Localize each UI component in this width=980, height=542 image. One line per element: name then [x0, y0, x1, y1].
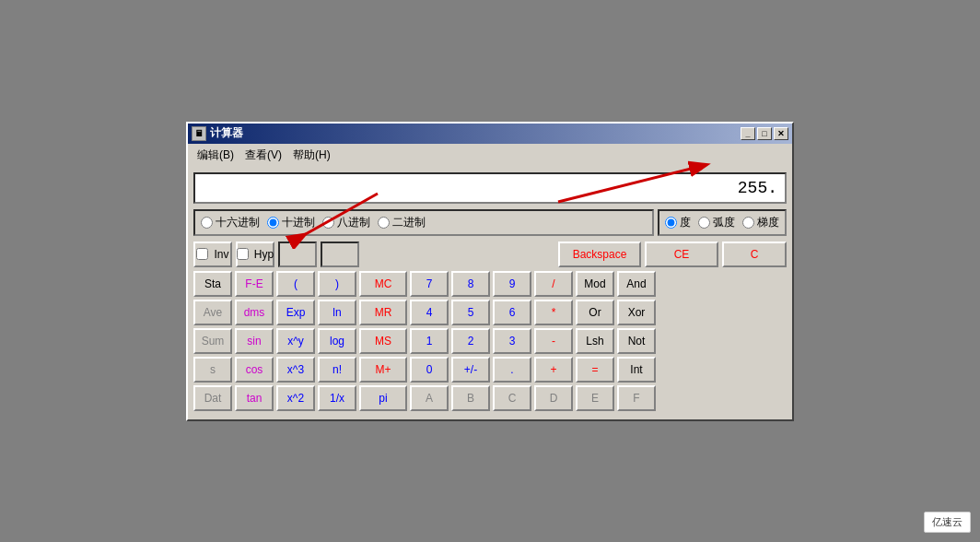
- radio-bin[interactable]: 二进制: [378, 215, 426, 230]
- btn-3[interactable]: 3: [493, 328, 531, 354]
- minimize-button[interactable]: _: [741, 127, 755, 140]
- btn-nfact[interactable]: n!: [318, 357, 356, 383]
- menu-edit[interactable]: 编辑(B): [192, 146, 239, 165]
- btn-dms[interactable]: dms: [235, 300, 274, 325]
- btn-xpowy[interactable]: x^y: [276, 328, 315, 354]
- btn-ave[interactable]: Ave: [193, 300, 232, 325]
- btn-lsh[interactable]: Lsh: [576, 328, 614, 354]
- button-row-2: Ave dms Exp ln MR 4 5 6 * Or Xor: [193, 300, 787, 325]
- btn-mplus[interactable]: M+: [359, 357, 407, 383]
- display-field: 255.: [193, 172, 787, 204]
- btn-eq[interactable]: =: [576, 357, 614, 383]
- btn-sta[interactable]: Sta: [193, 271, 232, 297]
- btn-sub[interactable]: -: [534, 328, 573, 354]
- btn-tan[interactable]: tan: [235, 385, 274, 411]
- btn-mul[interactable]: *: [534, 300, 573, 325]
- btn-or[interactable]: Or: [576, 300, 614, 325]
- btn-recip[interactable]: 1/x: [318, 385, 356, 411]
- btn-4[interactable]: 4: [410, 300, 449, 325]
- btn-dat[interactable]: Dat: [193, 385, 232, 411]
- backspace-ce-c-area: Backspace CE C: [558, 242, 787, 267]
- btn-f[interactable]: F: [617, 385, 656, 411]
- btn-div[interactable]: /: [534, 271, 573, 297]
- radio-oct[interactable]: 八进制: [322, 215, 370, 230]
- radio-dec[interactable]: 十进制: [267, 215, 315, 230]
- btn-0[interactable]: 0: [410, 357, 449, 383]
- radio-row: 十六进制 十进制 八进制 二进制 度 弧度: [193, 209, 787, 236]
- btn-5[interactable]: 5: [451, 300, 490, 325]
- btn-7[interactable]: 7: [410, 271, 449, 297]
- btn-ln[interactable]: ln: [318, 300, 356, 325]
- btn-and[interactable]: And: [617, 271, 656, 297]
- btn-add[interactable]: +: [534, 357, 573, 383]
- btn-ms[interactable]: MS: [359, 328, 407, 354]
- btn-cos[interactable]: cos: [235, 357, 274, 383]
- btn-xcube[interactable]: x^3: [276, 357, 315, 383]
- radio-hex[interactable]: 十六进制: [201, 215, 260, 230]
- menu-bar: 编辑(B) 查看(V) 帮助(H): [188, 144, 792, 167]
- maximize-button[interactable]: □: [757, 127, 772, 140]
- btn-open-paren[interactable]: (: [276, 271, 315, 297]
- button-row-5: Dat tan x^2 1/x pi A B C D E F: [193, 385, 787, 411]
- btn-c-hex[interactable]: C: [493, 385, 531, 411]
- btn-plusminus[interactable]: +/-: [451, 357, 490, 383]
- btn-mr[interactable]: MR: [359, 300, 407, 325]
- angle-group: 度 弧度 梯度: [658, 209, 787, 236]
- empty-box-1: [278, 242, 317, 267]
- close-button[interactable]: ✕: [774, 127, 788, 140]
- btn-log[interactable]: log: [318, 328, 356, 354]
- empty-box-2: [321, 242, 359, 267]
- title-bar-left: 🖩 计算器: [192, 125, 243, 141]
- watermark: 亿速云: [924, 512, 971, 533]
- btn-exp[interactable]: Exp: [276, 300, 315, 325]
- button-row-3: Sum sin x^y log MS 1 2 3 - Lsh Not: [193, 328, 787, 354]
- button-row-1: Sta F-E ( ) MC 7 8 9 / Mod And: [193, 271, 787, 297]
- inv-checkbox[interactable]: Inv: [193, 242, 232, 267]
- radio-rad[interactable]: 弧度: [698, 215, 735, 230]
- app-icon: 🖩: [192, 126, 206, 141]
- c-button[interactable]: C: [722, 242, 787, 267]
- btn-8[interactable]: 8: [451, 271, 490, 297]
- inv-hyp-ctrl-row: Inv Hyp Backspace CE C: [193, 242, 787, 267]
- btn-fe[interactable]: F-E: [235, 271, 274, 297]
- window-title: 计算器: [210, 125, 243, 141]
- btn-int[interactable]: Int: [617, 357, 656, 383]
- display-row: 255.: [193, 172, 787, 204]
- button-row-4: s cos x^3 n! M+ 0 +/- . + = Int: [193, 357, 787, 383]
- btn-1[interactable]: 1: [410, 328, 449, 354]
- btn-close-paren[interactable]: ): [318, 271, 356, 297]
- btn-a[interactable]: A: [410, 385, 449, 411]
- backspace-button[interactable]: Backspace: [558, 242, 641, 267]
- calculator-window: 🖩 计算器 _ □ ✕ 编辑(B) 查看(V) 帮助(H): [186, 122, 794, 421]
- btn-2[interactable]: 2: [451, 328, 490, 354]
- calc-body: 255. 十六进制 十进制 八进制 二进制: [188, 167, 792, 419]
- display-value: 255.: [738, 179, 777, 197]
- inv-hyp-area: Inv Hyp: [193, 242, 359, 267]
- btn-dot[interactable]: .: [493, 357, 531, 383]
- btn-6[interactable]: 6: [493, 300, 531, 325]
- btn-sin[interactable]: sin: [235, 328, 274, 354]
- title-bar: 🖩 计算器 _ □ ✕: [188, 124, 792, 144]
- btn-b[interactable]: B: [451, 385, 490, 411]
- btn-d[interactable]: D: [534, 385, 573, 411]
- title-controls: _ □ ✕: [741, 127, 788, 140]
- menu-help[interactable]: 帮助(H): [287, 146, 336, 165]
- btn-mc[interactable]: MC: [359, 271, 407, 297]
- btn-sum[interactable]: Sum: [193, 328, 232, 354]
- btn-s[interactable]: s: [193, 357, 232, 383]
- hyp-checkbox[interactable]: Hyp: [236, 242, 274, 267]
- btn-mod[interactable]: Mod: [576, 271, 614, 297]
- btn-xor[interactable]: Xor: [617, 300, 656, 325]
- btn-e[interactable]: E: [576, 385, 614, 411]
- radio-deg[interactable]: 度: [665, 215, 691, 230]
- btn-xsquare[interactable]: x^2: [276, 385, 315, 411]
- numbase-group: 十六进制 十进制 八进制 二进制: [193, 209, 654, 236]
- btn-pi[interactable]: pi: [359, 385, 407, 411]
- radio-grad[interactable]: 梯度: [742, 215, 779, 230]
- ce-button[interactable]: CE: [645, 242, 718, 267]
- btn-9[interactable]: 9: [493, 271, 531, 297]
- btn-not[interactable]: Not: [617, 328, 656, 354]
- menu-view[interactable]: 查看(V): [239, 146, 287, 165]
